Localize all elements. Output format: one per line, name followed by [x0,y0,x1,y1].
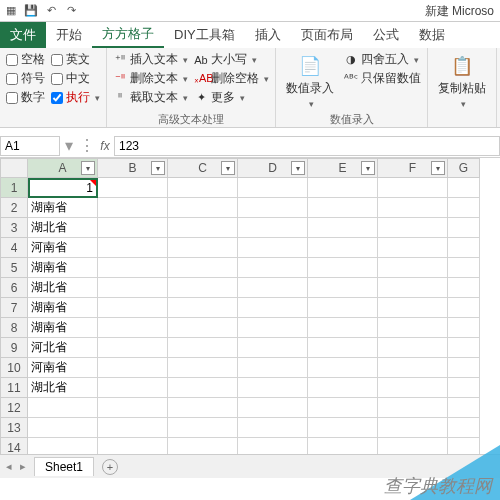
cell[interactable] [238,318,308,338]
chk-en[interactable]: 英文 [51,51,100,68]
tab-diy[interactable]: DIY工具箱 [164,22,245,48]
cell[interactable] [378,278,448,298]
cell[interactable] [448,418,480,438]
cell[interactable] [448,238,480,258]
cell[interactable] [308,218,378,238]
cell[interactable] [378,398,448,418]
cell[interactable] [378,418,448,438]
cell[interactable] [98,398,168,418]
cell[interactable] [308,298,378,318]
row-header[interactable]: 6 [0,278,28,298]
cell[interactable] [98,278,168,298]
cell[interactable] [448,278,480,298]
cell[interactable] [308,238,378,258]
cell[interactable] [308,178,378,198]
row-header[interactable]: 8 [0,318,28,338]
cell[interactable]: 湖南省 [28,318,98,338]
row-header[interactable]: 11 [0,378,28,398]
row-header[interactable]: 3 [0,218,28,238]
redo-icon[interactable]: ↷ [64,4,78,18]
tab-start[interactable]: 开始 [46,22,92,48]
cell[interactable] [238,378,308,398]
btn-del-space[interactable]: ₓAB删除空格▾ [194,70,269,87]
nav-first-icon[interactable]: ◂ [6,460,12,473]
cell[interactable] [168,198,238,218]
tab-insert[interactable]: 插入 [245,22,291,48]
cell[interactable] [98,418,168,438]
row-header[interactable]: 9 [0,338,28,358]
col-F[interactable]: F▾ [378,158,448,178]
cell[interactable] [378,258,448,278]
cell[interactable] [378,198,448,218]
cell[interactable] [378,298,448,318]
cell[interactable]: 河北省 [28,338,98,358]
cell[interactable] [168,358,238,378]
row-header[interactable]: 10 [0,358,28,378]
tab-file[interactable]: 文件 [0,22,46,48]
row-header[interactable]: 1 [0,178,28,198]
cell[interactable] [308,318,378,338]
cell[interactable] [448,358,480,378]
cell[interactable] [238,298,308,318]
cell[interactable] [378,178,448,198]
cell[interactable]: 湖北省 [28,278,98,298]
row-header[interactable]: 2 [0,198,28,218]
cell[interactable]: 河南省 [28,238,98,258]
cell[interactable] [308,378,378,398]
cell[interactable] [98,238,168,258]
filter-icon[interactable]: ▾ [291,161,305,175]
cell[interactable] [98,318,168,338]
cell[interactable] [238,238,308,258]
cell[interactable] [168,238,238,258]
btn-cut-text[interactable]: ᴵᴵ截取文本▾ [113,89,188,106]
cell[interactable] [168,378,238,398]
chk-num[interactable]: 数字 [6,89,45,106]
cell[interactable] [168,278,238,298]
filter-icon[interactable]: ▾ [431,161,445,175]
cell[interactable] [98,358,168,378]
cell[interactable] [378,338,448,358]
cell[interactable] [448,338,480,358]
row-header[interactable]: 7 [0,298,28,318]
tab-layout[interactable]: 页面布局 [291,22,363,48]
cell[interactable] [168,218,238,238]
cell[interactable]: 湖南省 [28,258,98,278]
namebox-dropdown-icon[interactable]: ▾ [60,136,78,155]
col-C[interactable]: C▾ [168,158,238,178]
cell[interactable] [238,418,308,438]
fx-icon[interactable]: fx [96,139,114,153]
cell[interactable] [238,178,308,198]
btn-insert-text[interactable]: ⁺ᴵᴵ插入文本▾ [113,51,188,68]
tab-data[interactable]: 数据 [409,22,455,48]
filter-icon[interactable]: ▾ [81,161,95,175]
row-header[interactable]: 12 [0,398,28,418]
sheet-tab[interactable]: Sheet1 [34,457,94,476]
chk-space[interactable]: 空格 [6,51,45,68]
cell[interactable] [308,358,378,378]
cell[interactable] [238,358,308,378]
cell[interactable] [308,418,378,438]
btn-paste[interactable]: 📋 复制粘贴▾ [434,51,490,112]
cell[interactable] [168,338,238,358]
save-icon[interactable]: 💾 [24,4,38,18]
undo-icon[interactable]: ↶ [44,4,58,18]
cell[interactable] [238,338,308,358]
cell[interactable] [448,258,480,278]
cell[interactable] [98,298,168,318]
cell[interactable]: 湖北省 [28,218,98,238]
cell[interactable] [308,258,378,278]
cell[interactable] [308,278,378,298]
btn-case[interactable]: Ab大小写▾ [194,51,269,68]
cell[interactable] [28,398,98,418]
btn-del-text[interactable]: ⁻ᴵᴵ删除文本▾ [113,70,188,87]
cell[interactable] [378,378,448,398]
col-A[interactable]: A▾ [28,158,98,178]
cell[interactable] [448,178,480,198]
cell[interactable] [98,338,168,358]
btn-num-input[interactable]: 📄 数值录入▾ [282,51,338,112]
cell[interactable] [378,318,448,338]
cell[interactable] [238,398,308,418]
cell[interactable] [168,258,238,278]
chk-exec[interactable]: 执行▾ [51,89,100,106]
cell[interactable]: 湖北省 [28,378,98,398]
